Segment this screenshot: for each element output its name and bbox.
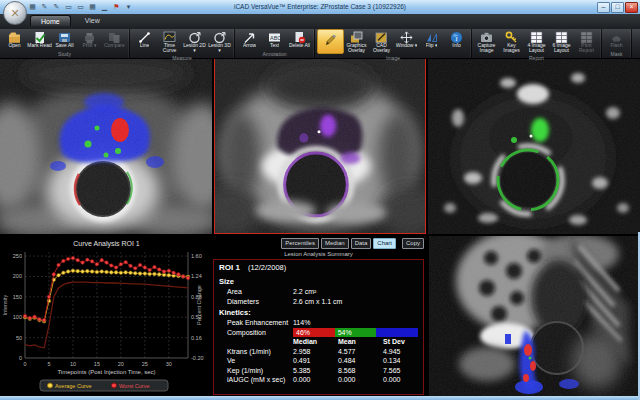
ribbon-tabs: HomeView bbox=[30, 15, 110, 26]
svg-text:-0.20: -0.20 bbox=[191, 355, 204, 361]
button-label: Lesion 3D ▾ bbox=[207, 43, 232, 54]
info-icon: i bbox=[450, 30, 463, 43]
chart-button[interactable]: Chart bbox=[373, 238, 396, 249]
ribbon-group-measure: LineTime CurveLesion 2D ▾Lesion 3D ▾Meas… bbox=[130, 29, 235, 58]
button-label: Key Images bbox=[499, 43, 524, 54]
window-button[interactable]: Window ▾ bbox=[394, 29, 419, 54]
svg-text:200: 200 bbox=[13, 273, 22, 279]
ve-value-3: 0.134 bbox=[383, 356, 428, 366]
group-label-measure: Measure bbox=[132, 54, 232, 62]
delete-all-button[interactable]: Delete All bbox=[287, 29, 312, 50]
stat-header-st-dev: St Dev bbox=[383, 337, 428, 347]
compare-icon bbox=[108, 30, 121, 43]
curve-analysis-chart: 050100150200250051015202530-0.200.160.52… bbox=[0, 236, 208, 396]
svg-text:5: 5 bbox=[47, 361, 50, 367]
svg-text:ABC: ABC bbox=[270, 35, 281, 41]
ve-label: Ve bbox=[227, 356, 293, 366]
button-label: Window ▾ bbox=[396, 43, 418, 48]
button-label: Compare bbox=[104, 43, 125, 48]
copy-button[interactable]: Copy bbox=[402, 238, 424, 249]
pen-icon bbox=[324, 31, 337, 44]
print-icon bbox=[83, 30, 96, 43]
time-curve-button[interactable]: Time Curve bbox=[157, 29, 182, 54]
pen-alt-icon[interactable]: ✎ bbox=[52, 2, 61, 12]
layout-icon bbox=[555, 30, 568, 43]
ktrans-1-min-label: Ktrans (1/min) bbox=[227, 347, 293, 357]
median-button[interactable]: Median bbox=[321, 238, 349, 249]
cad-overlay-button[interactable]: CAD Overlay bbox=[369, 29, 394, 54]
app-logo-orb[interactable]: ✕ bbox=[3, 1, 27, 25]
text-button[interactable]: ABCText bbox=[262, 29, 287, 50]
curve-analysis-panel[interactable]: 050100150200250051015202530-0.200.160.52… bbox=[0, 236, 208, 396]
area-value: 2.2 cm² bbox=[293, 287, 316, 297]
size-section-header: Size bbox=[219, 275, 418, 287]
button-label: Print ▾ bbox=[82, 43, 96, 48]
graphics-overlay-button[interactable]: Graphics Overlay bbox=[344, 29, 369, 54]
print-button: Print ▾ bbox=[77, 29, 102, 50]
viewport-axial-perfusion[interactable] bbox=[0, 58, 212, 234]
size-rows: Area2.2 cm²Diameters2.6 cm x 1.1 cm bbox=[219, 287, 418, 306]
window-controls: – □ × bbox=[597, 2, 638, 13]
viewport-sagittal-overlay[interactable] bbox=[429, 236, 638, 396]
flip-button[interactable]: Flip ▾ bbox=[419, 29, 444, 54]
composition-segment-2: 54% bbox=[335, 328, 377, 337]
save-all-button[interactable]: Save All bbox=[52, 29, 77, 50]
key-images-button[interactable]: Key Images bbox=[499, 29, 524, 54]
percentiles-button[interactable]: Percentiles bbox=[281, 238, 319, 249]
window-move-icon bbox=[400, 30, 413, 43]
shape-alt-icon[interactable]: ▭ bbox=[76, 2, 85, 12]
flag-icon[interactable]: ⚑ bbox=[112, 2, 121, 12]
lesion-icon bbox=[213, 30, 226, 43]
svg-text:Curve Analysis ROI 1: Curve Analysis ROI 1 bbox=[73, 240, 140, 248]
open-button[interactable]: Open bbox=[2, 29, 27, 50]
svg-text:0: 0 bbox=[19, 355, 22, 361]
kep-1-min-value-3: 7.565 bbox=[383, 366, 428, 376]
dropdown-icon[interactable]: ▾ bbox=[124, 2, 133, 12]
viewport-axial-t2-selected[interactable] bbox=[214, 58, 426, 234]
tab-view[interactable]: View bbox=[75, 15, 110, 26]
close-button[interactable]: × bbox=[625, 2, 638, 13]
flip-icon bbox=[425, 30, 438, 43]
pen-button[interactable] bbox=[317, 29, 344, 54]
tab-home[interactable]: Home bbox=[30, 15, 71, 26]
svg-text:0.16: 0.16 bbox=[191, 335, 202, 341]
info-button[interactable]: iInfo bbox=[444, 29, 469, 54]
minimize-button[interactable]: – bbox=[597, 2, 610, 13]
pen-icon[interactable]: ✎ bbox=[40, 2, 49, 12]
roi-label: ROI 1 bbox=[219, 263, 240, 272]
6-image-layout-button[interactable]: 6 Image Layout bbox=[549, 29, 574, 54]
button-label: 6 Image Layout bbox=[549, 43, 574, 54]
svg-text:1.60: 1.60 bbox=[191, 253, 202, 259]
ve-value-1: 0.491 bbox=[293, 356, 338, 366]
capture-image-button[interactable]: Capture Image bbox=[474, 29, 499, 54]
mark-read-button[interactable]: Mark Read bbox=[27, 29, 52, 50]
composition-label: Composition bbox=[227, 328, 293, 338]
summary-title: Lesion Analysis Summary bbox=[210, 250, 427, 259]
lesion-2d-button[interactable]: Lesion 2D ▾ bbox=[182, 29, 207, 54]
title-bar[interactable]: ✕ ▦✎✎▭▭▦▁⚑▾ iCAD VersaVue™ Enterprise: Z… bbox=[0, 0, 640, 14]
arrow-button[interactable]: Arrow bbox=[237, 29, 262, 50]
shape-icon[interactable]: ▭ bbox=[64, 2, 73, 12]
line-icon bbox=[138, 30, 151, 43]
ve-value-2: 0.484 bbox=[338, 356, 383, 366]
svg-text:Percent Change: Percent Change bbox=[196, 285, 202, 325]
arrow-icon bbox=[243, 30, 256, 43]
viewport-axial-diffusion[interactable] bbox=[428, 58, 640, 234]
ktrans-1-min-value-2: 4.577 bbox=[338, 347, 383, 357]
4-image-layout-button[interactable]: 4 Image Layout bbox=[524, 29, 549, 54]
peak-enhancement-value: 114% bbox=[293, 318, 310, 328]
line-button[interactable]: Line bbox=[132, 29, 157, 54]
minimize-ribbon-icon[interactable]: ▁ bbox=[100, 2, 109, 12]
group-label-annotation: Annotation bbox=[237, 50, 312, 58]
axial-diffusion-image bbox=[428, 58, 640, 234]
sagittal-image bbox=[429, 236, 638, 396]
group-label-image: Image bbox=[317, 54, 469, 62]
data-button[interactable]: Data bbox=[351, 238, 372, 249]
button-label: Arrow bbox=[243, 43, 256, 48]
save-icon[interactable]: ▦ bbox=[28, 2, 37, 12]
layout-icon bbox=[580, 30, 593, 43]
lesion-3d-button[interactable]: Lesion 3D ▾ bbox=[207, 29, 232, 54]
layout-icon[interactable]: ▦ bbox=[88, 2, 97, 12]
maximize-button[interactable]: □ bbox=[611, 2, 624, 13]
button-label: Time Curve bbox=[157, 43, 182, 54]
